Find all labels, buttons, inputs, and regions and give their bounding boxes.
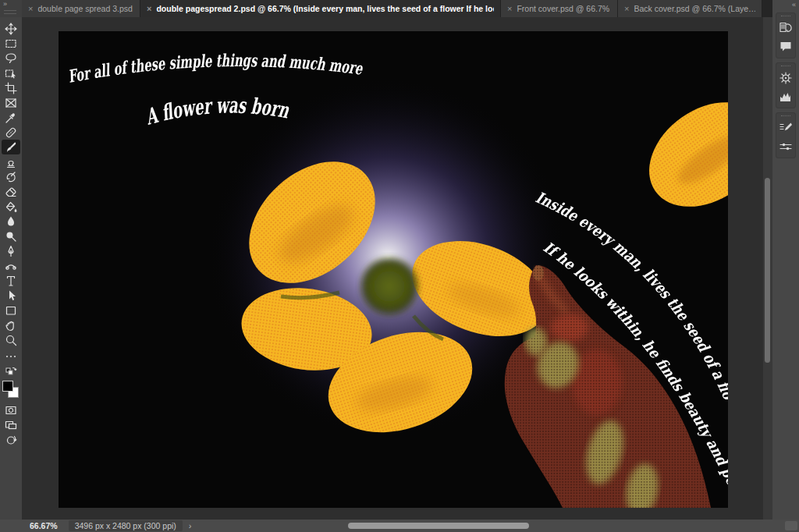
eraser-icon [5, 186, 17, 198]
color-swatches [2, 381, 20, 401]
properties-icon [779, 140, 793, 154]
tool-clone-stamp[interactable] [2, 154, 20, 169]
toolbar-extras [2, 349, 20, 447]
screen-mode-button[interactable] [2, 417, 20, 432]
document-tab-bar: ×double page spread 3.psd @ …×double pag… [22, 0, 772, 17]
dock-collapse-chevron-icon[interactable]: « [792, 1, 795, 9]
vertical-scrollbar[interactable] [763, 17, 772, 520]
tool-hand[interactable] [2, 317, 20, 332]
zoom-icon [5, 334, 17, 346]
dock-icon-groups [776, 12, 796, 162]
move-icon [5, 23, 17, 35]
curvature-pen-icon [5, 260, 17, 272]
rotate-view-icon [5, 434, 17, 446]
panel-button-histogram[interactable] [777, 87, 794, 106]
tool-path-selection[interactable] [2, 288, 20, 303]
object-selection-icon [5, 67, 17, 80]
tool-rectangular-marquee[interactable] [2, 36, 20, 51]
panel-button-brush-settings[interactable] [777, 119, 794, 137]
quick-mask-icon [5, 404, 17, 417]
eyedropper-icon [5, 112, 17, 124]
canvas-artwork[interactable]: For all of these simple things and much … [59, 31, 728, 508]
path-selection-icon [5, 289, 17, 302]
quick-mask-button[interactable] [2, 403, 20, 417]
paint-bucket-icon [5, 200, 17, 213]
tool-blur[interactable] [2, 214, 20, 229]
brush-settings-icon [779, 121, 793, 135]
document-tab-1[interactable]: ×double page spread 3.psd @ … [22, 0, 140, 17]
dock-group-grip[interactable] [781, 16, 790, 17]
hand-icon [5, 319, 17, 332]
tool-pen[interactable] [2, 243, 20, 258]
frame-icon [5, 97, 17, 109]
horizontal-scrollbar-thumb[interactable] [348, 523, 529, 529]
tool-object-selection[interactable] [2, 66, 20, 80]
toolbar-expand-chevron-icon[interactable]: » [3, 0, 6, 8]
swap-colors-button[interactable] [2, 364, 20, 378]
document-tab-3[interactable]: ×Front cover.psd @ 66.7% (Vec… [501, 0, 618, 17]
tool-curvature-pen[interactable] [2, 258, 20, 273]
rectangular-marquee-icon [5, 37, 17, 50]
tool-lasso[interactable] [2, 51, 20, 66]
tab-title: double pagespread 2.psd @ 66.7% (Inside … [156, 4, 494, 13]
workspace-pasteboard[interactable]: For all of these simple things and much … [22, 17, 763, 520]
panel-button-navigator[interactable] [777, 69, 794, 87]
dodge-icon [5, 230, 17, 243]
document-info: 3496 px x 2480 px (300 ppi) [69, 520, 183, 531]
screen-mode-icon [5, 419, 17, 431]
tab-title: Back cover.psd @ 66.7% (Laye… [634, 4, 755, 13]
photoshop-window: » ×double page spread 3.psd @ …×double p… [0, 0, 799, 532]
panel-button-history[interactable] [777, 19, 794, 37]
tool-zoom[interactable] [2, 332, 20, 347]
tool-move[interactable] [2, 21, 20, 36]
tool-spot-healing-brush[interactable] [2, 125, 20, 140]
toolbar-grip[interactable] [4, 10, 16, 14]
panel-button-comments[interactable] [777, 37, 794, 56]
histogram-icon [779, 90, 793, 104]
tool-type[interactable] [2, 273, 20, 288]
tool-dodge[interactable] [2, 229, 20, 243]
tab-close-icon[interactable]: × [147, 4, 151, 13]
tab-title: Front cover.psd @ 66.7% (Vec… [517, 4, 611, 13]
blur-icon [5, 215, 17, 228]
status-menu-chevron-icon[interactable]: › [189, 521, 192, 530]
edit-toolbar-button[interactable] [2, 349, 20, 364]
dock-group-grip[interactable] [781, 66, 790, 67]
tab-close-icon[interactable]: × [507, 4, 512, 13]
tools-panel [0, 17, 22, 520]
rotate-view-button[interactable] [2, 432, 20, 447]
vertical-scrollbar-thumb[interactable] [765, 178, 770, 363]
tool-eraser[interactable] [2, 184, 20, 199]
pen-icon [5, 245, 17, 257]
panel-button-properties[interactable] [777, 137, 794, 156]
zoom-level-field[interactable]: 66.67% [30, 521, 58, 530]
tool-paint-bucket[interactable] [2, 199, 20, 214]
tool-brush[interactable] [2, 140, 20, 154]
window-resize-grip[interactable] [785, 521, 797, 530]
swap-colors-icon [5, 365, 17, 378]
clone-stamp-icon [5, 156, 17, 168]
foreground-color-swatch[interactable] [2, 381, 13, 392]
tool-frame[interactable] [2, 95, 20, 110]
lasso-icon [5, 52, 17, 65]
tool-history-brush[interactable] [2, 169, 20, 184]
navigator-icon [779, 71, 793, 85]
tool-crop[interactable] [2, 80, 20, 95]
document-tab-2[interactable]: ×double pagespread 2.psd @ 66.7% (Inside… [140, 0, 501, 17]
more-tools-icon [5, 350, 17, 363]
panel-dock: « [772, 0, 799, 520]
toolbar-header: » [0, 0, 22, 17]
type-icon [5, 275, 17, 287]
dock-group-grip[interactable] [781, 115, 790, 117]
history-brush-icon [5, 171, 17, 183]
tab-close-icon[interactable]: × [28, 4, 33, 13]
document-tab-4[interactable]: ×Back cover.psd @ 66.7% (Laye… [618, 0, 762, 17]
dock-panel-group [776, 112, 796, 158]
dock-panel-group [776, 62, 796, 108]
comments-icon [779, 40, 793, 54]
brush-icon [5, 141, 17, 154]
tool-rectangle[interactable] [2, 303, 20, 317]
tool-eyedropper[interactable] [2, 110, 20, 125]
tab-close-icon[interactable]: × [624, 4, 629, 13]
dock-panel-group [776, 12, 796, 59]
